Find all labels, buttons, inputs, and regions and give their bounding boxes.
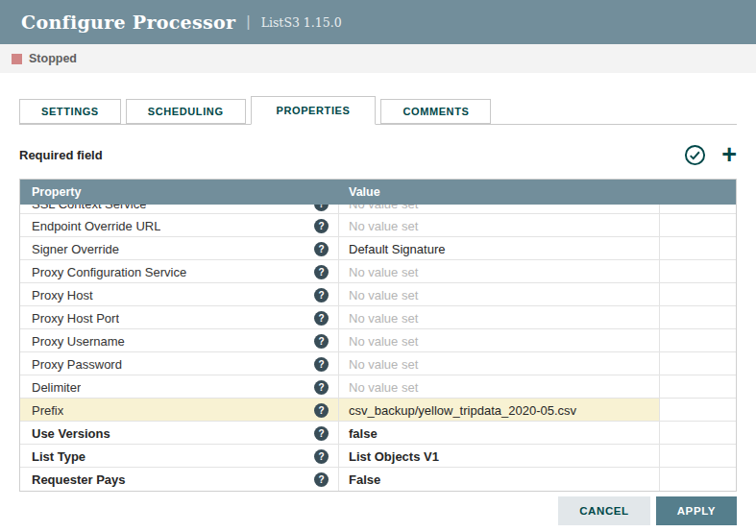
tab-comments[interactable]: COMMENTS	[380, 99, 491, 124]
help-icon[interactable]: ?	[314, 334, 329, 349]
value-cell[interactable]: No value set	[339, 352, 660, 375]
toolbar-icons: +	[684, 144, 737, 166]
row-spacer	[660, 260, 736, 283]
properties-toolbar: Required field +	[19, 142, 737, 167]
table-row[interactable]: List Type?List Objects V1	[20, 445, 736, 468]
property-cell: SSL Context Service?	[20, 205, 339, 214]
value-cell[interactable]: No value set	[339, 329, 660, 352]
property-cell: Proxy Host?	[20, 283, 339, 306]
value-cell[interactable]: List Objects V1	[339, 445, 660, 468]
dialog-footer: CANCEL APPLY	[558, 496, 737, 525]
row-spacer	[660, 445, 736, 468]
value-cell[interactable]: False	[339, 468, 660, 491]
dialog-content: SETTINGSSCHEDULINGPROPERTIESCOMMENTS Req…	[0, 73, 756, 532]
table-row[interactable]: Use Versions?false	[20, 422, 736, 445]
property-name: Prefix	[32, 403, 63, 418]
help-icon[interactable]: ?	[314, 265, 329, 279]
value-cell[interactable]: Default Signature	[339, 237, 660, 260]
value-cell[interactable]: No value set	[339, 306, 660, 329]
property-cell: Endpoint Override URL?	[20, 214, 339, 237]
property-name: Proxy Configuration Service	[32, 265, 186, 279]
plus-icon: +	[721, 145, 737, 164]
property-name: Proxy Username	[32, 334, 125, 349]
help-icon[interactable]: ?	[314, 205, 329, 211]
table-row[interactable]: Proxy Username?No value set	[20, 329, 736, 352]
table-row[interactable]: Proxy Password?No value set	[20, 352, 736, 375]
property-cell: Signer Override?	[20, 237, 339, 260]
status-bar: Stopped	[0, 44, 756, 73]
tab-bar: SETTINGSSCHEDULINGPROPERTIESCOMMENTS	[19, 96, 737, 125]
help-icon[interactable]: ?	[314, 311, 329, 326]
property-name: Proxy Host	[32, 288, 93, 302]
row-spacer	[660, 375, 736, 399]
table-header: Property Value	[20, 180, 736, 205]
row-spacer	[660, 468, 736, 491]
row-spacer	[660, 283, 736, 306]
value-cell[interactable]: No value set	[339, 260, 660, 283]
title-separator: |	[246, 12, 250, 32]
property-name: List Type	[32, 449, 85, 464]
row-spacer	[660, 352, 736, 375]
stopped-icon	[12, 54, 22, 64]
property-cell: Proxy Host Port?	[20, 306, 339, 329]
property-name: Delimiter	[32, 380, 81, 395]
row-spacer	[660, 237, 736, 260]
add-property-icon[interactable]: +	[721, 145, 737, 164]
required-field-label: Required field	[19, 148, 103, 162]
cancel-button[interactable]: CANCEL	[558, 496, 650, 525]
value-cell[interactable]: No value set	[339, 375, 660, 399]
help-icon[interactable]: ?	[314, 403, 329, 418]
property-cell: Proxy Configuration Service?	[20, 260, 339, 283]
property-cell: List Type?	[20, 445, 339, 468]
property-cell: Delimiter?	[20, 375, 339, 399]
property-cell: Prefix?	[20, 399, 339, 422]
row-spacer	[660, 399, 736, 422]
status-label: Stopped	[29, 52, 77, 65]
property-name: Endpoint Override URL	[32, 219, 160, 233]
table-row[interactable]: Proxy Configuration Service?No value set	[20, 260, 736, 283]
table-row[interactable]: Proxy Host Port?No value set	[20, 306, 736, 329]
table-row[interactable]: Endpoint Override URL?No value set	[20, 214, 736, 237]
apply-button[interactable]: APPLY	[656, 496, 737, 525]
help-icon[interactable]: ?	[314, 357, 329, 372]
tab-scheduling[interactable]: SCHEDULING	[126, 99, 246, 124]
table-row[interactable]: Prefix?csv_backup/yellow_tripdata_2020-0…	[20, 399, 736, 422]
verify-properties-icon[interactable]	[684, 144, 706, 166]
property-name: Requester Pays	[32, 472, 126, 487]
value-cell[interactable]: No value set	[339, 205, 660, 214]
dialog-header: Configure Processor | ListS3 1.15.0	[0, 0, 756, 44]
value-cell[interactable]: No value set	[339, 214, 660, 237]
table-row[interactable]: Delimiter?No value set	[20, 375, 736, 399]
properties-table: Property Value SSL Context Service?No va…	[19, 179, 737, 492]
table-row[interactable]: Requester Pays?False	[20, 468, 736, 491]
property-cell: Proxy Username?	[20, 329, 339, 352]
tab-properties[interactable]: PROPERTIES	[251, 96, 377, 125]
property-column-header: Property	[20, 185, 339, 199]
help-icon[interactable]: ?	[314, 472, 329, 487]
help-icon[interactable]: ?	[314, 219, 329, 233]
table-row[interactable]: Proxy Host?No value set	[20, 283, 736, 306]
property-name: Use Versions	[32, 426, 110, 441]
help-icon[interactable]: ?	[314, 380, 329, 395]
property-name: Signer Override	[32, 242, 119, 256]
property-name: SSL Context Service	[32, 205, 146, 211]
help-icon[interactable]: ?	[314, 288, 329, 302]
property-cell: Use Versions?	[20, 422, 339, 445]
value-column-header: Value	[339, 185, 660, 199]
row-spacer	[660, 214, 736, 237]
property-cell: Proxy Password?	[20, 352, 339, 375]
row-spacer	[660, 205, 736, 214]
help-icon[interactable]: ?	[314, 426, 329, 441]
value-cell[interactable]: No value set	[339, 283, 660, 306]
table-row[interactable]: Signer Override?Default Signature	[20, 237, 736, 260]
row-spacer	[660, 306, 736, 329]
property-name: Proxy Host Port	[32, 311, 119, 326]
value-cell[interactable]: false	[339, 422, 660, 445]
help-icon[interactable]: ?	[314, 449, 329, 464]
row-spacer	[660, 329, 736, 352]
table-row[interactable]: SSL Context Service?No value set	[20, 205, 736, 214]
help-icon[interactable]: ?	[314, 242, 329, 256]
tab-settings[interactable]: SETTINGS	[19, 99, 121, 124]
configure-processor-dialog: Configure Processor | ListS3 1.15.0 Stop…	[0, 0, 756, 532]
value-cell[interactable]: csv_backup/yellow_tripdata_2020-05.csv	[339, 399, 660, 422]
